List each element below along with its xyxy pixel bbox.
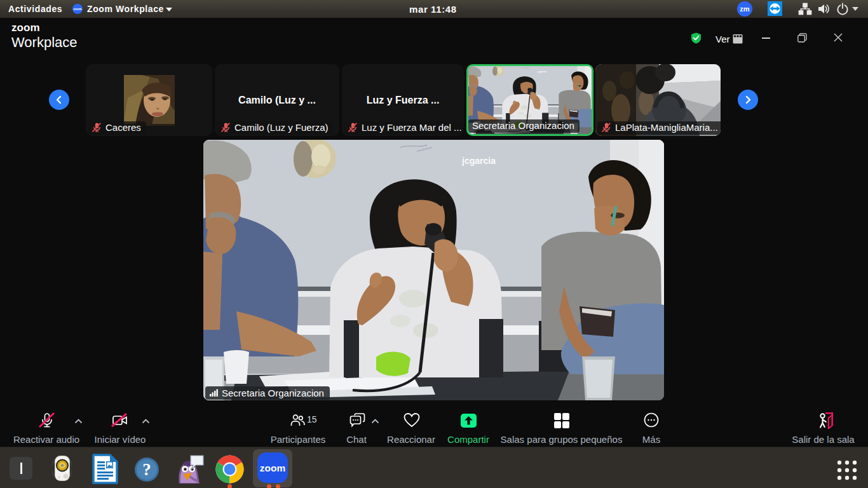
svg-text:zoom: zoom xyxy=(260,463,285,473)
svg-text:?: ? xyxy=(142,460,151,479)
